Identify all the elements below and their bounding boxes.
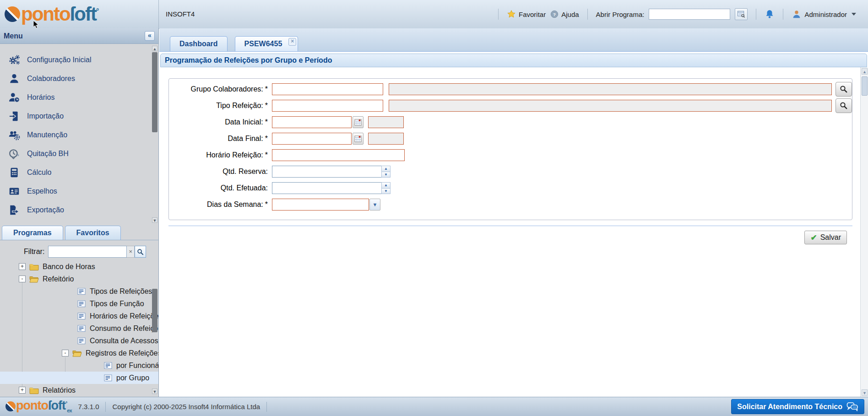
qtd-reserva-spinner: ▲ ▼ [381, 166, 391, 178]
chat-icon [846, 402, 858, 412]
filter-search-button[interactable] [135, 246, 146, 258]
data-final-input[interactable] [272, 133, 352, 145]
open-program-input[interactable] [649, 9, 730, 20]
save-button[interactable]: ✔ Salvar [804, 231, 847, 244]
sidebar-item-importacao[interactable]: Importação [0, 107, 158, 125]
user-icon [792, 9, 802, 19]
tree-item-horarios-de-refeicoes[interactable]: Horários de Refeições [0, 310, 158, 322]
tree-item-por-funcionario[interactable]: por Funcionário [0, 359, 158, 372]
tree-item-consumo-de-refeicoes[interactable]: Consumo de Refeições [0, 322, 158, 335]
tree-item-banco-de-horas[interactable]: + Banco de Horas [0, 260, 158, 273]
spinner-up-icon[interactable]: ▲ [381, 182, 391, 189]
sidebar-item-exportacao[interactable]: Exportação [0, 200, 158, 219]
sidebar-item-espelhos[interactable]: Espelhos [0, 182, 158, 200]
header-separator [783, 9, 783, 20]
spinner-down-icon[interactable]: ▼ [381, 189, 391, 194]
grupo-colaboradores-lookup-button[interactable] [835, 82, 852, 97]
tree-item-relatorios[interactable]: + Relatórios [0, 384, 158, 396]
sidebar-item-label: Configuração Inicial [27, 56, 92, 64]
sidebar-item-label: Manutenção [27, 131, 67, 139]
scrollbar-thumb[interactable] [152, 289, 157, 332]
qtd-efetuada-input[interactable] [272, 182, 382, 194]
pontosoft-logo-icon [5, 6, 20, 22]
tree-item-consulta-de-acessos[interactable]: Consulta de Acessos [0, 335, 158, 347]
dias-da-semana-input[interactable] [272, 199, 369, 211]
sidebar-item-quitacao-bh[interactable]: Quitação BH [0, 144, 158, 163]
field-label: Tipo Refeição: [216, 102, 263, 109]
tipo-refeicao-input[interactable] [272, 100, 383, 112]
main-area: Dashboard PSEW6455 × Programação de Refe… [159, 28, 868, 397]
required-marker: * [265, 85, 268, 93]
tab-favoritos[interactable]: Favoritos [65, 226, 121, 240]
user-menu[interactable]: Administrador [792, 9, 856, 19]
scroll-up-arrow[interactable]: ▲ [862, 68, 868, 75]
person-icon [8, 73, 20, 85]
scrollbar-thumb[interactable] [862, 76, 868, 96]
qtd-efetuada-spinner: ▲ ▼ [381, 182, 391, 194]
horario-refeicao-input[interactable] [272, 149, 405, 161]
data-final-calendar-button[interactable] [353, 133, 363, 145]
tree-item-refeitorio[interactable]: - Refeitório [0, 273, 158, 285]
form-row-tipo-refeicao: Tipo Refeição:* [169, 99, 852, 113]
required-marker: * [265, 200, 268, 208]
tab-programas[interactable]: Programas [2, 226, 63, 240]
tree-expand-icon[interactable]: + [19, 387, 26, 394]
grupo-colaboradores-input[interactable] [272, 83, 383, 95]
field-label: Data Inicial: [225, 118, 263, 126]
program-browser-button[interactable] [735, 8, 748, 20]
tree-collapse-icon[interactable]: - [62, 350, 69, 357]
scroll-up-arrow[interactable]: ▲ [152, 46, 157, 51]
menu-titlebar: Menu « [0, 28, 158, 44]
menu-scrollbar[interactable]: ▲ ▼ [152, 46, 158, 223]
filter-label: Filtrar: [24, 248, 44, 256]
chevron-down-icon [852, 13, 856, 16]
sidebar-item-label: Cálculo [27, 168, 51, 177]
form-divider [168, 226, 852, 226]
tree-expand-icon[interactable]: + [19, 263, 26, 270]
data-inicial-calendar-button[interactable] [353, 116, 363, 128]
favorite-button[interactable]: Favoritar [507, 10, 546, 19]
sidebar-item-colaboradores[interactable]: Colaboradores [0, 69, 158, 88]
support-button[interactable]: Solicitar Atendimento Técnico [731, 399, 864, 414]
data-final-weekday-display [368, 133, 404, 145]
scroll-down-arrow[interactable]: ▼ [862, 389, 868, 396]
help-icon: ? [550, 10, 559, 18]
qtd-reserva-input[interactable] [272, 166, 382, 178]
pontosoft-logo-icon [5, 401, 16, 411]
tab-close-icon[interactable]: × [288, 38, 296, 46]
scrollbar-thumb[interactable] [152, 52, 157, 132]
sidebar-collapse-button[interactable]: « [145, 31, 155, 41]
tree-item-registros-de-refeicoes[interactable]: - Registros de Refeições [0, 347, 158, 359]
spinner-down-icon[interactable]: ▼ [381, 172, 391, 178]
program-doc-icon [104, 374, 113, 382]
help-button[interactable]: ? Ajuda [550, 10, 579, 18]
scroll-down-arrow[interactable]: ▼ [152, 217, 157, 223]
scroll-down-arrow[interactable]: ▼ [152, 389, 157, 394]
sidebar-item-horarios[interactable]: Horários [0, 88, 158, 107]
tree-item-por-grupo[interactable]: por Grupo [0, 372, 158, 384]
sidebar-item-calculo[interactable]: Cálculo [0, 163, 158, 182]
sidebar-item-manutencao[interactable]: Manutenção [0, 125, 158, 144]
main-scrollbar[interactable]: ▲ ▼ [860, 67, 868, 397]
tab-dashboard[interactable]: Dashboard [170, 36, 228, 51]
sidebar-item-label: Horários [27, 93, 54, 102]
data-inicial-input[interactable] [272, 116, 352, 128]
required-marker: * [265, 102, 268, 109]
program-doc-icon [77, 325, 86, 332]
tree-scrollbar[interactable]: ▼ [152, 243, 158, 394]
tree-item-tipos-de-funcao[interactable]: Tipos de Função [0, 297, 158, 310]
sidebar-item-configuracao-inicial[interactable]: Configuração Inicial [0, 50, 158, 69]
sidebar-item-label: Colaboradores [27, 75, 75, 83]
notifications-bell-icon[interactable] [765, 9, 775, 19]
search-icon [840, 85, 848, 93]
tree-item-tipos-de-refeicoes[interactable]: Tipos de Refeições [0, 285, 158, 297]
filter-clear-icon[interactable]: × [127, 246, 135, 258]
spinner-up-icon[interactable]: ▲ [381, 166, 391, 172]
app-logo: pontoſoft° [0, 0, 159, 28]
filter-input[interactable] [48, 246, 127, 258]
tipo-refeicao-lookup-button[interactable] [835, 98, 852, 113]
required-marker: * [265, 118, 268, 126]
tab-psew6455[interactable]: PSEW6455 × [235, 36, 298, 51]
tree-collapse-icon[interactable]: - [19, 276, 26, 282]
dias-da-semana-dropdown-button[interactable]: ▼ [369, 199, 380, 211]
